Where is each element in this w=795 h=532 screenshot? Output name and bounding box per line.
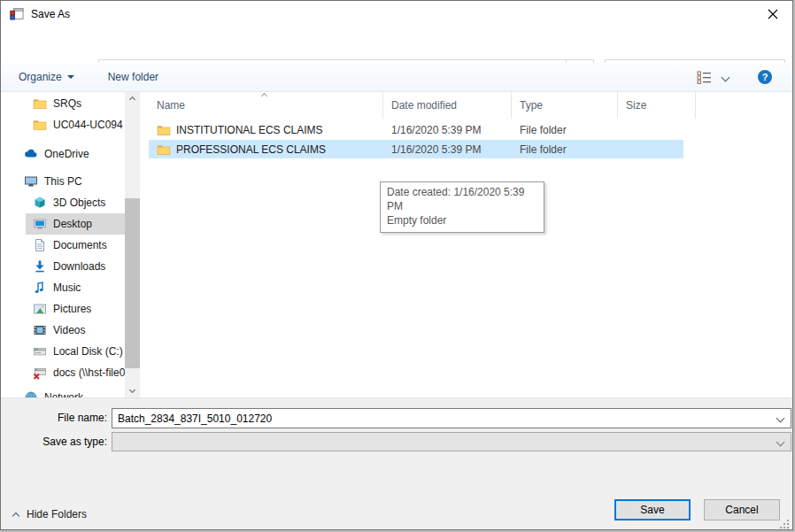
close-icon — [768, 9, 778, 19]
file-name-combo[interactable] — [112, 408, 791, 428]
desktop-monitor-icon — [33, 217, 47, 231]
folder-icon — [157, 143, 171, 157]
sidebar-item-videos[interactable]: Videos — [1, 320, 125, 341]
tooltip-date-created: Date created: 1/16/2020 5:39 PM — [387, 185, 537, 213]
file-row-institutional-ecs-claims[interactable]: INSTITUTIONAL ECS CLAIMS 1/16/2020 5:39 … — [149, 120, 683, 139]
scroll-down-chevron-icon — [129, 387, 135, 393]
picture-icon — [33, 302, 47, 316]
new-folder-button[interactable]: New folder — [99, 63, 167, 91]
sidebar-item-pictures[interactable]: Pictures — [1, 298, 125, 320]
organize-dropdown-chevron-icon — [67, 75, 74, 79]
sidebar-item-label: Network — [44, 391, 83, 397]
cancel-button[interactable]: Cancel — [704, 499, 780, 520]
column-header-size[interactable]: Size — [618, 92, 696, 119]
file-type: File folder — [512, 124, 618, 136]
sidebar-item-network[interactable]: Network — [1, 387, 125, 397]
svg-text:?: ? — [762, 72, 768, 82]
folder-icon — [33, 96, 47, 111]
tooltip-empty-folder: Empty folder — [387, 213, 537, 227]
title-bar: Save As — [1, 1, 792, 27]
views-button[interactable] — [691, 71, 734, 84]
sidebar-item-label: UC044-UC094 — [53, 119, 123, 131]
sidebar-item-label: SRQs — [53, 97, 81, 110]
column-header-date-modified[interactable]: Date modified — [383, 92, 512, 119]
file-name-input[interactable] — [112, 409, 769, 428]
save-as-type-dropdown-chevron-icon — [776, 437, 784, 446]
sidebar-item-label: Documents — [53, 239, 107, 251]
column-header-name[interactable]: Name — [149, 92, 383, 119]
sidebar-scrollbar[interactable] — [125, 92, 140, 397]
sidebar-item-documents[interactable]: Documents — [1, 235, 125, 256]
sidebar-item-uc044-uc094[interactable]: UC044-UC094 — [1, 114, 125, 135]
scrollbar-up-button[interactable] — [125, 92, 140, 107]
sidebar-item-local-disk-c[interactable]: Local Disk (C:) — [1, 341, 125, 362]
views-dropdown-chevron-icon — [722, 73, 730, 81]
sidebar-item-label: Desktop — [53, 218, 92, 230]
sidebar-item-label: 3D Objects — [53, 197, 105, 209]
sidebar-item-downloads[interactable]: Downloads — [1, 256, 125, 277]
sidebar-item-label: This PC — [44, 175, 82, 188]
help-icon: ? — [757, 69, 773, 85]
sidebar-item-label: docs (\\hst-file0 — [53, 366, 125, 379]
sidebar-item-label: Pictures — [53, 303, 91, 315]
help-button[interactable]: ? — [737, 69, 780, 85]
sidebar-item-docs-network-drive[interactable]: docs (\\hst-file0 — [1, 362, 125, 383]
file-name-label: File name: — [5, 412, 107, 424]
sidebar-item-music[interactable]: Music — [1, 277, 125, 298]
file-name-dropdown-button[interactable] — [769, 409, 791, 428]
folder-icon — [157, 123, 171, 137]
file-name-dropdown-chevron-icon — [776, 414, 784, 423]
hide-folders-chevron-icon — [12, 512, 19, 519]
file-date-modified: 1/16/2020 5:39 PM — [383, 143, 512, 156]
network-globe-icon — [24, 390, 38, 397]
file-name: PROFESSIONAL ECS CLAIMS — [176, 143, 326, 156]
sidebar-item-this-pc[interactable]: This PC — [1, 171, 125, 192]
folder-tooltip: Date created: 1/16/2020 5:39 PM Empty fo… — [380, 181, 544, 233]
file-name: INSTITUTIONAL ECS CLAIMS — [176, 124, 323, 136]
cube-3d-icon — [33, 196, 47, 210]
computer-icon — [24, 174, 38, 189]
sidebar-item-3d-objects[interactable]: 3D Objects — [1, 192, 125, 213]
film-icon — [33, 323, 47, 337]
close-button[interactable] — [753, 1, 792, 27]
sidebar-item-desktop[interactable]: Desktop — [26, 213, 125, 235]
file-list: Name Date modified Type Size INSTITUTION… — [149, 92, 792, 397]
sidebar-item-onedrive[interactable]: OneDrive — [1, 143, 125, 165]
column-header-type[interactable]: Type — [512, 92, 618, 119]
hide-folders-label: Hide Folders — [27, 508, 87, 520]
navigation-bar: This PC Desktop ECS CLAIM BATCHES — [1, 27, 792, 63]
file-date-modified: 1/16/2020 5:39 PM — [383, 124, 512, 136]
music-note-icon — [33, 281, 47, 295]
command-toolbar: Organize New folder ? — [1, 63, 792, 92]
network-drive-disconnected-icon — [33, 366, 47, 380]
views-icon — [697, 71, 712, 84]
scrollbar-thumb[interactable] — [125, 198, 140, 368]
scroll-up-chevron-icon — [129, 96, 135, 103]
winforms-app-icon — [10, 7, 24, 21]
save-as-type-dropdown-button[interactable] — [769, 433, 791, 451]
save-as-type-combo[interactable] — [112, 432, 791, 451]
sidebar-item-srqs[interactable]: SRQs — [1, 93, 125, 114]
organize-button[interactable]: Organize — [10, 63, 83, 91]
sidebar-item-label: Music — [53, 281, 81, 294]
sidebar-item-label: Local Disk (C:) — [53, 345, 123, 358]
sidebar-item-label: OneDrive — [44, 148, 89, 160]
document-icon — [33, 238, 47, 252]
sidebar-item-label: Downloads — [53, 260, 105, 273]
save-button[interactable]: Save — [614, 499, 691, 520]
resize-grip[interactable] — [780, 520, 789, 528]
onedrive-cloud-icon — [24, 147, 38, 161]
scrollbar-down-button[interactable] — [125, 382, 140, 397]
file-row-professional-ecs-claims[interactable]: PROFESSIONAL ECS CLAIMS 1/16/2020 5:39 P… — [149, 140, 683, 158]
save-as-dialog: Save As — [0, 0, 793, 530]
hard-drive-icon — [33, 344, 47, 359]
save-as-type-label: Save as type: — [5, 436, 107, 448]
new-folder-label: New folder — [108, 71, 158, 83]
column-headers: Name Date modified Type Size — [149, 92, 696, 119]
download-arrow-icon — [33, 259, 47, 274]
organize-label: Organize — [19, 71, 62, 83]
hide-folders-button[interactable]: Hide Folders — [8, 504, 92, 525]
window-title: Save As — [31, 8, 70, 20]
file-name-panel: File name: Save as type: Hide Folders Sa… — [1, 397, 792, 530]
file-type: File folder — [512, 143, 618, 156]
